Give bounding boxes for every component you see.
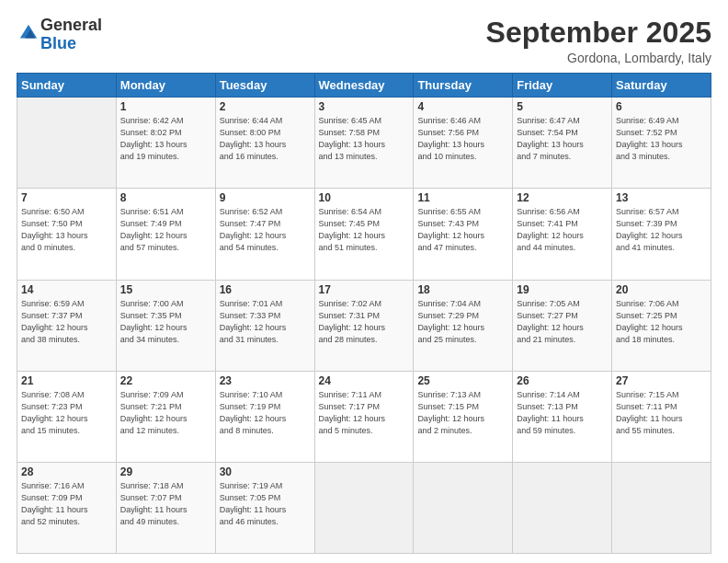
day-info: Sunrise: 6:54 AM Sunset: 7:45 PM Dayligh… [319, 206, 410, 254]
weekday-header: Saturday [612, 74, 711, 98]
calendar-cell: 10Sunrise: 6:54 AM Sunset: 7:45 PM Dayli… [314, 189, 414, 280]
calendar-cell: 8Sunrise: 6:51 AM Sunset: 7:49 PM Daylig… [116, 189, 215, 280]
day-number: 19 [517, 283, 608, 296]
day-number: 12 [517, 191, 608, 204]
location: Gordona, Lombardy, Italy [486, 51, 711, 65]
day-number: 23 [220, 374, 311, 387]
day-info: Sunrise: 6:56 AM Sunset: 7:41 PM Dayligh… [517, 206, 608, 254]
calendar-cell: 23Sunrise: 7:10 AM Sunset: 7:19 PM Dayli… [215, 371, 314, 462]
calendar-cell: 12Sunrise: 6:56 AM Sunset: 7:41 PM Dayli… [513, 189, 612, 280]
day-number: 25 [417, 374, 508, 387]
day-number: 2 [220, 100, 311, 113]
day-info: Sunrise: 7:16 AM Sunset: 7:09 PM Dayligh… [21, 480, 112, 528]
calendar-cell: 29Sunrise: 7:18 AM Sunset: 7:07 PM Dayli… [116, 462, 215, 553]
weekday-header: Wednesday [314, 74, 414, 98]
calendar-cell: 1Sunrise: 6:42 AM Sunset: 8:02 PM Daylig… [116, 98, 215, 189]
day-info: Sunrise: 6:46 AM Sunset: 7:56 PM Dayligh… [417, 115, 508, 163]
calendar-cell [314, 462, 414, 553]
calendar-cell: 30Sunrise: 7:19 AM Sunset: 7:05 PM Dayli… [215, 462, 314, 553]
weekday-header: Monday [116, 74, 215, 98]
calendar-cell: 27Sunrise: 7:15 AM Sunset: 7:11 PM Dayli… [612, 371, 711, 462]
weekday-header: Sunday [17, 74, 117, 98]
calendar-cell: 11Sunrise: 6:55 AM Sunset: 7:43 PM Dayli… [414, 189, 513, 280]
weekday-header: Friday [513, 74, 612, 98]
day-number: 4 [417, 100, 508, 113]
logo-text: General Blue [40, 17, 102, 53]
calendar-week-row: 28Sunrise: 7:16 AM Sunset: 7:09 PM Dayli… [17, 462, 711, 553]
calendar-header: SundayMondayTuesdayWednesdayThursdayFrid… [17, 74, 711, 98]
day-info: Sunrise: 6:50 AM Sunset: 7:50 PM Dayligh… [21, 206, 112, 254]
calendar-cell [414, 462, 513, 553]
page: General Blue September 2025 Gordona, Lom… [0, 0, 728, 563]
calendar-week-row: 7Sunrise: 6:50 AM Sunset: 7:50 PM Daylig… [17, 189, 711, 280]
logo-general: General [40, 16, 102, 34]
calendar-week-row: 14Sunrise: 6:59 AM Sunset: 7:37 PM Dayli… [17, 280, 711, 371]
day-info: Sunrise: 6:44 AM Sunset: 8:00 PM Dayligh… [220, 115, 311, 163]
day-info: Sunrise: 7:11 AM Sunset: 7:17 PM Dayligh… [319, 389, 410, 437]
day-number: 7 [21, 191, 112, 204]
day-info: Sunrise: 7:18 AM Sunset: 7:07 PM Dayligh… [120, 480, 211, 528]
day-info: Sunrise: 6:42 AM Sunset: 8:02 PM Dayligh… [120, 115, 211, 163]
calendar-cell [17, 98, 117, 189]
day-info: Sunrise: 6:51 AM Sunset: 7:49 PM Dayligh… [120, 206, 211, 254]
calendar-table: SundayMondayTuesdayWednesdayThursdayFrid… [17, 73, 711, 554]
calendar-cell: 25Sunrise: 7:13 AM Sunset: 7:15 PM Dayli… [414, 371, 513, 462]
day-info: Sunrise: 7:01 AM Sunset: 7:33 PM Dayligh… [220, 298, 311, 346]
day-number: 29 [120, 465, 211, 478]
day-number: 1 [120, 100, 211, 113]
calendar-cell: 21Sunrise: 7:08 AM Sunset: 7:23 PM Dayli… [17, 371, 117, 462]
calendar-week-row: 1Sunrise: 6:42 AM Sunset: 8:02 PM Daylig… [17, 98, 711, 189]
day-info: Sunrise: 7:00 AM Sunset: 7:35 PM Dayligh… [120, 298, 211, 346]
day-info: Sunrise: 6:57 AM Sunset: 7:39 PM Dayligh… [616, 206, 707, 254]
day-info: Sunrise: 7:04 AM Sunset: 7:29 PM Dayligh… [417, 298, 508, 346]
day-info: Sunrise: 6:55 AM Sunset: 7:43 PM Dayligh… [417, 206, 508, 254]
calendar-cell: 20Sunrise: 7:06 AM Sunset: 7:25 PM Dayli… [612, 280, 711, 371]
day-info: Sunrise: 7:08 AM Sunset: 7:23 PM Dayligh… [21, 389, 112, 437]
weekday-header: Thursday [414, 74, 513, 98]
calendar-cell: 19Sunrise: 7:05 AM Sunset: 7:27 PM Dayli… [513, 280, 612, 371]
day-number: 26 [517, 374, 608, 387]
day-number: 9 [220, 191, 311, 204]
day-number: 3 [319, 100, 410, 113]
header: General Blue September 2025 Gordona, Lom… [17, 17, 711, 65]
day-info: Sunrise: 6:59 AM Sunset: 7:37 PM Dayligh… [21, 298, 112, 346]
calendar-cell: 15Sunrise: 7:00 AM Sunset: 7:35 PM Dayli… [116, 280, 215, 371]
day-number: 11 [417, 191, 508, 204]
calendar-cell: 6Sunrise: 6:49 AM Sunset: 7:52 PM Daylig… [612, 98, 711, 189]
day-number: 21 [21, 374, 112, 387]
calendar-cell: 13Sunrise: 6:57 AM Sunset: 7:39 PM Dayli… [612, 189, 711, 280]
month-title: September 2025 [486, 17, 711, 49]
calendar-cell: 7Sunrise: 6:50 AM Sunset: 7:50 PM Daylig… [17, 189, 117, 280]
calendar-cell: 26Sunrise: 7:14 AM Sunset: 7:13 PM Dayli… [513, 371, 612, 462]
calendar-cell [612, 462, 711, 553]
calendar-cell: 22Sunrise: 7:09 AM Sunset: 7:21 PM Dayli… [116, 371, 215, 462]
day-number: 22 [120, 374, 211, 387]
day-number: 15 [120, 283, 211, 296]
day-number: 5 [517, 100, 608, 113]
day-number: 16 [220, 283, 311, 296]
calendar-cell: 28Sunrise: 7:16 AM Sunset: 7:09 PM Dayli… [17, 462, 117, 553]
weekday-header: Tuesday [215, 74, 314, 98]
logo-icon [18, 23, 39, 43]
calendar-body: 1Sunrise: 6:42 AM Sunset: 8:02 PM Daylig… [17, 98, 711, 554]
day-number: 13 [616, 191, 707, 204]
logo-blue: Blue [40, 34, 76, 52]
calendar-cell: 5Sunrise: 6:47 AM Sunset: 7:54 PM Daylig… [513, 98, 612, 189]
day-number: 8 [120, 191, 211, 204]
calendar-cell: 14Sunrise: 6:59 AM Sunset: 7:37 PM Dayli… [17, 280, 117, 371]
day-number: 28 [21, 465, 112, 478]
day-info: Sunrise: 6:49 AM Sunset: 7:52 PM Dayligh… [616, 115, 707, 163]
day-info: Sunrise: 7:02 AM Sunset: 7:31 PM Dayligh… [319, 298, 410, 346]
day-info: Sunrise: 7:10 AM Sunset: 7:19 PM Dayligh… [220, 389, 311, 437]
calendar-cell: 18Sunrise: 7:04 AM Sunset: 7:29 PM Dayli… [414, 280, 513, 371]
day-number: 17 [319, 283, 410, 296]
calendar-cell: 24Sunrise: 7:11 AM Sunset: 7:17 PM Dayli… [314, 371, 414, 462]
day-number: 10 [319, 191, 410, 204]
calendar-cell: 17Sunrise: 7:02 AM Sunset: 7:31 PM Dayli… [314, 280, 414, 371]
day-info: Sunrise: 7:06 AM Sunset: 7:25 PM Dayligh… [616, 298, 707, 346]
calendar-cell: 9Sunrise: 6:52 AM Sunset: 7:47 PM Daylig… [215, 189, 314, 280]
day-info: Sunrise: 7:13 AM Sunset: 7:15 PM Dayligh… [417, 389, 508, 437]
calendar-cell: 4Sunrise: 6:46 AM Sunset: 7:56 PM Daylig… [414, 98, 513, 189]
day-number: 14 [21, 283, 112, 296]
day-info: Sunrise: 7:14 AM Sunset: 7:13 PM Dayligh… [517, 389, 608, 437]
